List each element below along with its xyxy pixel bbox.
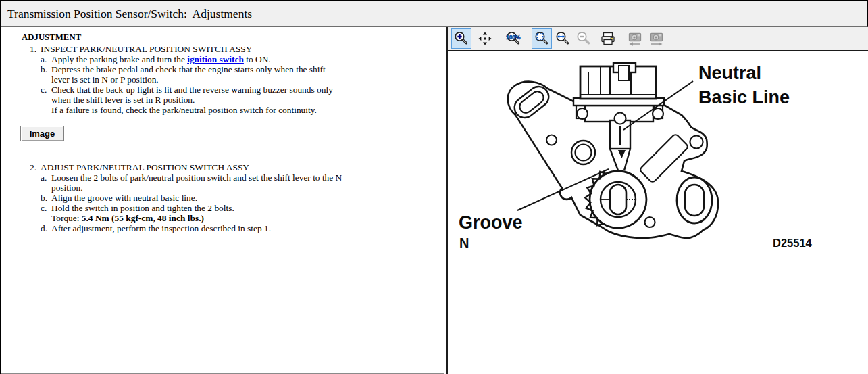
step-2-substeps: a. Loosen the 2 bolts of park/neutral po…	[41, 172, 444, 233]
groove-label: Groove	[459, 212, 523, 233]
pan-icon	[477, 30, 493, 47]
substep-text: After adjustment, perform the inspection…	[51, 223, 271, 233]
content-area: ADJUSTMENT 1. INSPECT PARK/NEUTRAL POSIT…	[1, 27, 868, 374]
substep-1c: c. Check that the back-up light is lit a…	[41, 85, 444, 105]
image-button[interactable]: Image	[20, 126, 64, 141]
step-number: 2.	[30, 162, 41, 172]
section-heading: ADJUSTMENT	[22, 32, 444, 43]
substep-text: Apply the parking brake and turn the ign…	[51, 54, 271, 64]
diagram-image: Neutral Basic Line Groove N D25514	[448, 51, 868, 373]
figure-id-label: D25514	[773, 237, 813, 249]
fit-page-icon	[534, 30, 550, 47]
fit-width-button[interactable]	[553, 28, 573, 49]
zoom-100-button[interactable]: 100%	[503, 28, 524, 49]
previous-image-button[interactable]	[625, 28, 645, 49]
substep-note: If a failure is found, check the park/ne…	[51, 105, 317, 115]
substep-2b: b. Align the groove with neutral basic l…	[41, 193, 444, 203]
diagram-viewport[interactable]: Neutral Basic Line Groove N D25514	[448, 51, 868, 374]
fit-page-button[interactable]	[532, 28, 552, 49]
substep-2c-torque-note: Torque: 5.4 Nm (55 kgf-cm, 48 inch lbs.)	[41, 213, 444, 223]
substep-letter: a.	[41, 54, 51, 64]
next-image-icon	[648, 30, 665, 47]
procedure-panel: ADJUSTMENT 1. INSPECT PARK/NEUTRAL POSIT…	[1, 27, 444, 374]
substep-text-pre: Apply the parking brake and turn the	[51, 54, 187, 64]
substep-2c: c. Hold the switch in position and tight…	[41, 203, 444, 213]
substep-letter: c.	[41, 85, 51, 105]
substep-letter: b.	[41, 193, 51, 203]
substep-text: Check that the back-up light is lit and …	[51, 85, 333, 105]
zoom-out-button[interactable]	[573, 28, 594, 49]
torque-value: 5.4 Nm (55 kgf-cm, 48 inch lbs.)	[82, 213, 204, 223]
substep-text: Hold the switch in position and tighten …	[51, 203, 234, 213]
step-1-title-row: 1. INSPECT PARK/NEUTRAL POSITION SWITCH …	[30, 44, 444, 54]
substep-letter: c.	[41, 203, 51, 213]
zoom-in-button[interactable]	[451, 28, 471, 49]
zoom-in-icon	[453, 30, 469, 47]
step-2-title-row: 2. ADJUST PARK/NEUTRAL POSITION SWITCH A…	[30, 162, 444, 172]
substep-text: Align the groove with neutral basic line…	[51, 193, 197, 203]
step-2: 2. ADJUST PARK/NEUTRAL POSITION SWITCH A…	[30, 162, 444, 233]
substep-letter: b.	[41, 64, 51, 85]
step-title-text: INSPECT PARK/NEUTRAL POSITION SWITCH ASS…	[41, 44, 252, 54]
fit-width-icon	[555, 30, 571, 47]
gear-position-label: N	[459, 235, 469, 250]
substep-text: Depress the brake pedal and check that t…	[51, 64, 326, 85]
substep-1c-note: If a failure is found, check the park/ne…	[41, 105, 444, 115]
step-1-substeps: a. Apply the parking brake and turn the …	[41, 54, 444, 115]
svg-text:100%: 100%	[506, 34, 521, 41]
title-bar: Transmission Position Sensor/Switch: Adj…	[1, 1, 868, 27]
zoom-out-icon	[576, 30, 592, 47]
torque-note: Torque: 5.4 Nm (55 kgf-cm, 48 inch lbs.)	[51, 213, 204, 223]
app-window: Transmission Position Sensor/Switch: Adj…	[0, 0, 868, 374]
previous-image-icon	[627, 30, 643, 47]
step-1: 1. INSPECT PARK/NEUTRAL POSITION SWITCH …	[30, 44, 444, 115]
next-image-button[interactable]	[646, 28, 667, 49]
substep-letter-spacer	[41, 105, 51, 115]
substep-1a: a. Apply the parking brake and turn the …	[41, 54, 444, 64]
substep-letter: d.	[41, 223, 51, 233]
step-number: 1.	[30, 44, 41, 54]
page-title: Transmission Position Sensor/Switch: Adj…	[7, 7, 252, 21]
ignition-switch-link[interactable]: ignition switch	[187, 54, 244, 64]
substep-text-post: to ON.	[244, 54, 271, 64]
step-title-text: ADJUST PARK/NEUTRAL POSITION SWITCH ASSY	[41, 162, 249, 172]
neutral-label-line1: Neutral	[698, 63, 761, 83]
substep-text: Loosen the 2 bolts of park/neutral posit…	[51, 172, 342, 193]
print-button[interactable]	[598, 28, 618, 49]
print-icon	[600, 30, 616, 47]
substep-letter-spacer	[41, 213, 51, 223]
image-toolbar: 100%	[448, 27, 868, 51]
substep-2d: d. After adjustment, perform the inspect…	[41, 223, 444, 233]
torque-label: Torque:	[51, 213, 82, 223]
zoom-100-icon: 100%	[505, 30, 521, 47]
substep-2a: a. Loosen the 2 bolts of park/neutral po…	[41, 172, 444, 193]
pan-button[interactable]	[475, 28, 495, 49]
substep-letter: a.	[41, 172, 51, 193]
substep-1b: b. Depress the brake pedal and check tha…	[41, 64, 444, 85]
image-panel: 100%	[448, 27, 868, 374]
neutral-label-line2: Basic Line	[698, 87, 790, 108]
